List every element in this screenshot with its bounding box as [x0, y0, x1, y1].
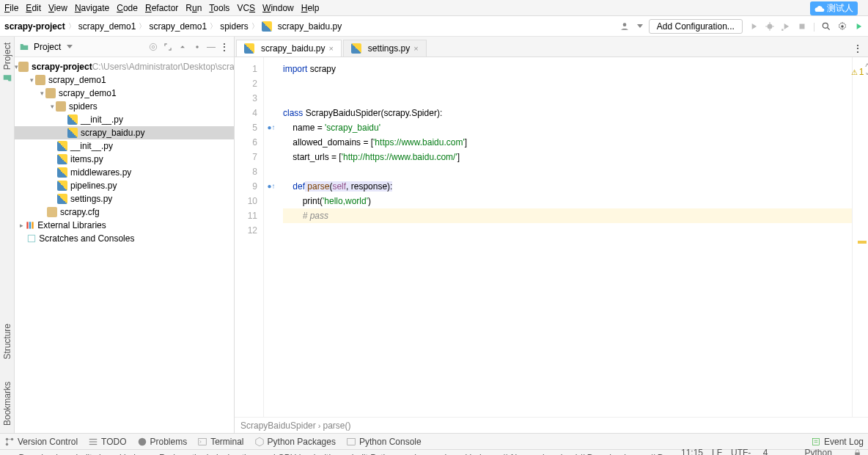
tree-root[interactable]: ▾scrapy-project C:\Users\Administrator\D… [15, 60, 234, 73]
dropdown-icon[interactable] [67, 45, 73, 48]
tool-project[interactable]: Project [2, 43, 12, 83]
menu-run[interactable]: Run [185, 3, 202, 13]
tree-cfg[interactable]: scrapy.cfg [15, 205, 234, 219]
editor-area: scrapy_baidu.py× settings.py× ⋮ 12345678… [235, 37, 868, 433]
tree-scratch[interactable]: Scratches and Consoles [15, 232, 234, 245]
status-message[interactable]: Download pre-built shared indexes: Reduc… [19, 453, 681, 456]
add-configuration-button[interactable]: Add Configuration... [649, 19, 743, 34]
tree-demo1b[interactable]: ▾scrapy_demo1 [15, 87, 234, 100]
tool-structure[interactable]: Structure [2, 324, 12, 360]
warning-badge[interactable]: ⚠1 ^ ˅ [851, 62, 868, 82]
tab-problems[interactable]: Problems [137, 437, 188, 447]
python-file-icon [244, 43, 254, 54]
crumb-project[interactable]: scrapy-project [4, 21, 65, 32]
bc-method[interactable]: parse() [323, 421, 351, 431]
tree-baidu[interactable]: scrapy_baidu.py [15, 126, 234, 139]
warning-mark[interactable] [858, 241, 867, 244]
tab-settings[interactable]: settings.py× [343, 40, 427, 57]
tree-items[interactable]: items.py [15, 153, 234, 166]
event-log-icon [811, 437, 821, 447]
target-icon[interactable] [148, 42, 158, 52]
crumb-demo1b[interactable]: scrapy_demo1 [149, 21, 207, 32]
svg-point-0 [622, 23, 626, 26]
status-indent[interactable]: 4 spaces [763, 448, 796, 456]
tab-python-packages[interactable]: Python Packages [254, 437, 336, 447]
cloud-icon [814, 4, 825, 14]
code-lines[interactable]: import scrapy class ScrapyBaiduSpider(sc… [279, 57, 852, 417]
chevron-right-icon: 〉 [68, 21, 76, 32]
badge-text: 测试人 [827, 2, 853, 15]
menu-window[interactable]: Window [262, 3, 294, 13]
tab-event-log[interactable]: Event Log [811, 437, 864, 447]
run-anything-icon[interactable] [853, 21, 864, 32]
more-icon[interactable]: ⋮ [220, 42, 229, 52]
editor-breadcrumb: ScrapyBaiduSpider › parse() [235, 417, 868, 433]
crumb-demo1[interactable]: scrapy_demo1 [78, 21, 136, 32]
status-line-sep[interactable]: LF [712, 448, 722, 456]
tab-more-icon[interactable]: ⋮ [847, 40, 868, 57]
tree-pipelines[interactable]: pipelines.py [15, 179, 234, 192]
chevron-right-icon: 〉 [210, 21, 217, 32]
run-icon[interactable] [749, 21, 759, 32]
dropdown-icon[interactable] [637, 24, 643, 28]
status-bar: Download pre-built shared indexes: Reduc… [0, 449, 868, 455]
expand-icon[interactable] [163, 42, 173, 52]
close-icon[interactable]: × [328, 44, 333, 53]
close-icon[interactable]: × [413, 44, 418, 53]
left-tool-strip: Project Structure Bookmarks [0, 37, 15, 433]
menu-refactor[interactable]: Refactor [145, 3, 178, 13]
svg-rect-10 [26, 222, 28, 228]
top-badge-area: 测试人 [810, 1, 858, 15]
inspection-rail: ⚠1 ^ ˅ [852, 57, 868, 417]
tree-middlewares[interactable]: middlewares.py [15, 166, 234, 179]
crumb-file[interactable]: scrapy_baidu.py [278, 21, 342, 32]
menu-code[interactable]: Code [117, 3, 138, 13]
menu-vcs[interactable]: VCS [237, 3, 255, 13]
gear-icon[interactable] [192, 42, 202, 52]
menu-view[interactable]: View [48, 3, 67, 13]
tree-spiders[interactable]: ▾spiders [15, 100, 234, 113]
svg-rect-22 [812, 438, 819, 445]
lock-icon[interactable] [853, 448, 862, 456]
tree-demo1[interactable]: ▾scrapy_demo1 [15, 73, 234, 87]
python-file-icon [262, 21, 272, 32]
cloud-badge[interactable]: 测试人 [810, 1, 858, 15]
tree-init2[interactable]: __init__.py [15, 139, 234, 153]
menu-tools[interactable]: Tools [209, 3, 229, 13]
status-encoding[interactable]: UTF-8 [731, 448, 754, 456]
message-icon[interactable] [6, 453, 15, 456]
status-position[interactable]: 11:15 [681, 448, 703, 456]
gear-icon[interactable] [837, 21, 847, 32]
menu-file[interactable]: File [4, 3, 18, 13]
search-icon[interactable] [821, 21, 831, 32]
user-icon[interactable] [619, 21, 630, 32]
stop-icon[interactable] [797, 21, 807, 32]
collapse-icon[interactable] [177, 42, 188, 52]
tab-todo[interactable]: TODO [88, 437, 126, 447]
menu-help[interactable]: Help [301, 3, 320, 13]
menu-navigate[interactable]: Navigate [75, 3, 109, 13]
svg-rect-16 [89, 438, 98, 439]
project-header-label: Project [34, 42, 61, 52]
tool-bookmarks[interactable]: Bookmarks [2, 382, 12, 426]
list-icon [88, 437, 98, 447]
bc-class[interactable]: ScrapyBaiduSpider [240, 421, 316, 431]
folder-icon [2, 73, 12, 83]
run-coverage-icon[interactable] [781, 21, 791, 32]
tab-version-control[interactable]: Version Control [4, 437, 78, 447]
tab-terminal[interactable]: Terminal [197, 437, 243, 447]
crumb-spiders[interactable]: spiders [220, 21, 249, 32]
tab-python-console[interactable]: Python Console [346, 437, 422, 447]
status-interpreter[interactable]: Python 3.8 [805, 448, 844, 456]
project-tree: ▾scrapy-project C:\Users\Administrator\D… [15, 57, 234, 433]
debug-icon[interactable] [765, 21, 775, 32]
hide-icon[interactable]: — [207, 42, 216, 52]
tree-init[interactable]: __init__.py [15, 113, 234, 126]
chevron-right-icon: 〉 [251, 21, 259, 32]
code-editor[interactable]: 123456789101112 ●↑●↑ import scrapy class… [235, 57, 868, 417]
tree-settings[interactable]: settings.py [15, 192, 234, 205]
tab-baidu[interactable]: scrapy_baidu.py× [236, 40, 342, 57]
tree-extlib[interactable]: ▸ External Libraries [15, 219, 234, 232]
breadcrumb: scrapy-project 〉 scrapy_demo1 〉 scrapy_d… [4, 21, 342, 32]
menu-edit[interactable]: Edit [26, 3, 41, 13]
